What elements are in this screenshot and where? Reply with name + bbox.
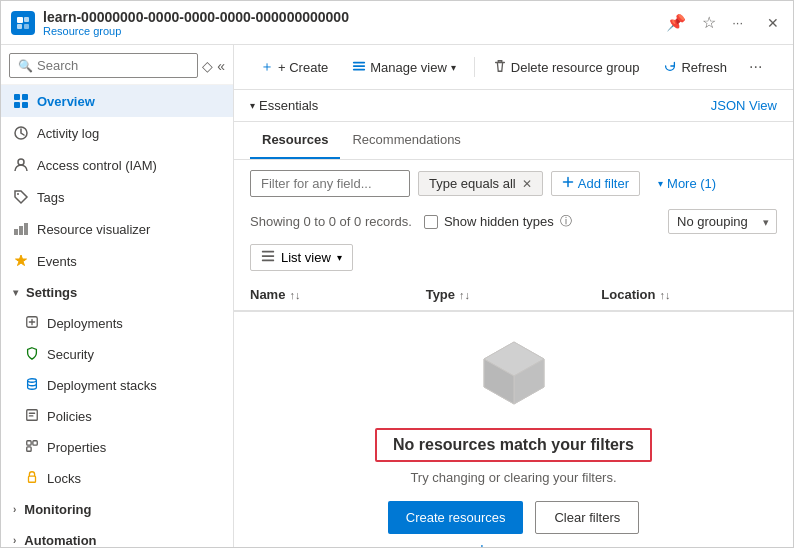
create-button[interactable]: ＋ + Create: [250, 53, 338, 81]
manage-view-button[interactable]: Manage view ▾: [342, 54, 466, 81]
sidebar-item-resource-visualizer[interactable]: Resource visualizer: [1, 213, 233, 245]
search-input[interactable]: [37, 58, 189, 73]
svg-point-10: [17, 193, 19, 195]
type-filter-label: Type equals all: [429, 176, 516, 191]
filter-input[interactable]: [250, 170, 410, 197]
svg-rect-24: [353, 65, 365, 67]
type-filter-close-icon[interactable]: ✕: [522, 177, 532, 191]
properties-icon: [25, 439, 39, 456]
resource-visualizer-label: Resource visualizer: [37, 222, 150, 237]
svg-point-9: [18, 159, 24, 165]
stacks-icon: [25, 377, 39, 394]
toolbar: ＋ + Create Manage view ▾ Delete resource…: [234, 45, 793, 90]
more-icon[interactable]: ···: [728, 13, 747, 32]
grouping-wrap: No grouping: [668, 209, 777, 234]
monitoring-chevron: ›: [13, 504, 16, 515]
empty-state: No resources match your filters Try chan…: [234, 312, 793, 547]
col-name[interactable]: Name ↑↓: [250, 287, 426, 302]
tags-label: Tags: [37, 190, 64, 205]
type-filter-tag[interactable]: Type equals all ✕: [418, 171, 543, 196]
sidebar-item-policies[interactable]: Policies: [1, 401, 233, 432]
visualizer-icon: [13, 221, 29, 237]
collapse-icon[interactable]: «: [217, 58, 225, 74]
more-filters-button[interactable]: ▾ More (1): [648, 172, 726, 195]
no-resources-text: No resources match your filters: [393, 436, 634, 453]
svg-rect-0: [17, 17, 23, 23]
learn-more-link[interactable]: Learn more: [480, 542, 546, 547]
list-view-button[interactable]: List view ▾: [250, 244, 353, 271]
add-filter-button[interactable]: Add filter: [551, 171, 640, 196]
search-input-wrap: 🔍: [9, 53, 198, 78]
close-icon[interactable]: ✕: [763, 13, 783, 33]
svg-rect-3: [24, 24, 29, 29]
sidebar-item-events[interactable]: Events: [1, 245, 233, 277]
records-count: Showing 0 to 0 of 0 records.: [250, 214, 412, 229]
tabs-bar: Resources Recommendations: [234, 122, 793, 160]
clear-filters-button[interactable]: Clear filters: [535, 501, 639, 534]
pin-icon[interactable]: 📌: [662, 11, 690, 34]
grouping-dropdown[interactable]: No grouping: [668, 209, 777, 234]
col-location[interactable]: Location ↑↓: [601, 287, 777, 302]
filter-hint: Try changing or clearing your filters.: [410, 470, 616, 485]
overview-label: Overview: [37, 94, 95, 109]
sidebar-item-tags[interactable]: Tags: [1, 181, 233, 213]
security-icon: [25, 346, 39, 363]
svg-rect-17: [27, 441, 31, 445]
filters-row: Type equals all ✕ Add filter ▾ More (1): [234, 160, 793, 203]
info-icon[interactable]: ⓘ: [560, 213, 572, 230]
sidebar-item-automation[interactable]: › Automation: [1, 525, 233, 547]
iam-icon: [13, 157, 29, 173]
svg-rect-18: [33, 441, 37, 445]
svg-rect-20: [29, 476, 36, 482]
sidebar: 🔍 ◇ « Overview Activity log: [1, 45, 234, 547]
sidebar-item-access-control[interactable]: Access control (IAM): [1, 149, 233, 181]
settings-section-header[interactable]: ▾ Settings: [1, 277, 233, 308]
json-view-link[interactable]: JSON View: [711, 98, 777, 113]
sidebar-item-security[interactable]: Security: [1, 339, 233, 370]
delete-label: Delete resource group: [511, 60, 640, 75]
search-box: 🔍 ◇ «: [1, 45, 233, 85]
svg-rect-27: [262, 255, 274, 257]
activity-icon: [13, 125, 29, 141]
diamond-icon[interactable]: ◇: [202, 58, 213, 74]
content-area: ▾ Essentials JSON View Resources Recomme…: [234, 90, 793, 547]
sidebar-item-deployments[interactable]: Deployments: [1, 308, 233, 339]
manage-view-chevron: ▾: [451, 62, 456, 73]
tab-recommendations[interactable]: Recommendations: [340, 122, 472, 159]
svg-rect-6: [14, 102, 20, 108]
sidebar-item-overview[interactable]: Overview: [1, 85, 233, 117]
refresh-button[interactable]: Refresh: [653, 54, 737, 81]
settings-chevron: ▾: [13, 287, 18, 298]
sidebar-item-locks[interactable]: Locks: [1, 463, 233, 494]
essentials-title[interactable]: ▾ Essentials: [250, 98, 318, 113]
create-resources-button[interactable]: Create resources: [388, 501, 524, 534]
col-type[interactable]: Type ↑↓: [426, 287, 602, 302]
right-panel: ＋ + Create Manage view ▾ Delete resource…: [234, 45, 793, 547]
more-button[interactable]: ···: [741, 53, 770, 81]
sidebar-item-monitoring[interactable]: › Monitoring: [1, 494, 233, 525]
star-icon[interactable]: ☆: [698, 11, 720, 34]
monitoring-label: Monitoring: [24, 502, 91, 517]
svg-point-15: [28, 379, 37, 383]
events-icon: [13, 253, 29, 269]
table-header: Name ↑↓ Type ↑↓ Location ↑↓: [234, 279, 793, 312]
resource-group-subtitle[interactable]: Resource group: [43, 25, 662, 37]
list-view-icon: [261, 249, 275, 266]
show-hidden-label: Show hidden types ⓘ: [424, 213, 572, 230]
resource-group-icon: [11, 11, 35, 35]
tab-resources[interactable]: Resources: [250, 122, 340, 159]
list-view-chevron: ▾: [337, 252, 342, 263]
sidebar-item-deployment-stacks[interactable]: Deployment stacks: [1, 370, 233, 401]
app-container: learn-00000000-0000-0000-0000-0000000000…: [0, 0, 794, 548]
svg-rect-28: [262, 260, 274, 262]
svg-rect-2: [17, 24, 22, 29]
policies-label: Policies: [47, 409, 92, 424]
sidebar-item-properties[interactable]: Properties: [1, 432, 233, 463]
delete-button[interactable]: Delete resource group: [483, 54, 650, 81]
show-hidden-checkbox[interactable]: [424, 215, 438, 229]
access-control-label: Access control (IAM): [37, 158, 157, 173]
col-type-sort-icon: ↑↓: [459, 289, 470, 301]
overview-icon: [13, 93, 29, 109]
activity-log-label: Activity log: [37, 126, 99, 141]
sidebar-item-activity-log[interactable]: Activity log: [1, 117, 233, 149]
